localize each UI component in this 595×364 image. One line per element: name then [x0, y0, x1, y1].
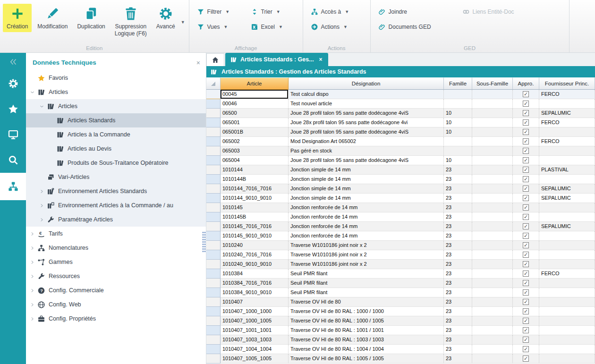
cell-fournisseur[interactable] — [539, 316, 595, 326]
cell-famille[interactable]: 23 — [444, 307, 472, 316]
table-row[interactable]: 1010145BJonction renforcée de 14 mm23✓ — [206, 212, 595, 222]
table-row[interactable]: 065001BJoue 28 profil talon 95 sans patt… — [206, 127, 595, 137]
row-indicator[interactable] — [206, 354, 221, 364]
table-row[interactable]: 065001Joue 28x profil talon 95 sans patt… — [206, 118, 595, 127]
cell-appro[interactable]: ✓ — [513, 222, 539, 231]
cell-fournisseur[interactable] — [539, 146, 595, 156]
cell-appro[interactable]: ✓ — [513, 99, 539, 109]
tree-item-config-web[interactable]: Config. Web — [26, 297, 206, 312]
chevron-down-icon[interactable]: ▼ — [223, 25, 228, 29]
row-indicator[interactable] — [206, 194, 221, 203]
cell-sous-famille[interactable] — [472, 184, 513, 194]
checkbox-appro[interactable]: ✓ — [523, 242, 529, 248]
cell-appro[interactable]: ✓ — [513, 241, 539, 250]
tree-item-gammes[interactable]: Gammes — [26, 255, 206, 269]
sidebar-item-settings[interactable] — [0, 71, 26, 96]
cell-sous-famille[interactable] — [472, 345, 513, 354]
cell-appro[interactable]: ✓ — [513, 175, 539, 184]
checkbox-appro[interactable]: ✓ — [523, 101, 529, 107]
row-indicator[interactable] — [206, 156, 221, 165]
checkbox-appro[interactable]: ✓ — [523, 138, 529, 144]
cell-fournisseur[interactable] — [539, 156, 595, 165]
cell-famille[interactable]: 10 — [444, 127, 472, 137]
table-row[interactable]: 00046Test nouvel article✓ — [206, 99, 595, 109]
cell-famille[interactable]: 23 — [444, 326, 472, 335]
cell-appro[interactable]: ✓ — [513, 109, 539, 118]
cell-designation[interactable]: Seuil PMR filant — [289, 288, 444, 297]
ribbon-button-accès-à[interactable]: Accès à▼ — [311, 7, 364, 17]
table-row[interactable]: 1010240_7016_7016Traverse W1010186 joint… — [206, 250, 595, 260]
cell-fournisseur[interactable]: PLASTIVAL — [539, 165, 595, 175]
cell-fournisseur[interactable] — [539, 250, 595, 260]
row-indicator[interactable] — [206, 288, 221, 297]
column-header-article[interactable]: Article — [221, 77, 289, 90]
cell-designation[interactable]: Traverse W1010186 joint noir x 2 — [289, 241, 444, 250]
ribbon-button-joindre[interactable]: Joindre — [378, 7, 458, 17]
table-row[interactable]: 1010145Jonction renforcée de 14 mm23✓ — [206, 203, 595, 212]
cell-sous-famille[interactable] — [472, 241, 513, 250]
checkbox-appro[interactable]: ✓ — [523, 308, 529, 314]
tree-item-articles[interactable]: Articles — [26, 85, 206, 99]
cell-famille[interactable]: 23 — [444, 260, 472, 269]
cell-designation[interactable]: Jonction simple de 14 mm — [289, 194, 444, 203]
ribbon-button-actions[interactable]: Actions▼ — [311, 22, 364, 32]
cell-sous-famille[interactable] — [472, 212, 513, 222]
cell-designation[interactable]: Test nouvel article — [289, 99, 444, 109]
close-icon[interactable]: × — [196, 60, 200, 66]
tree-item-nomenclatures[interactable]: Nomenclatures — [26, 241, 206, 255]
cell-fournisseur[interactable]: SEPALUMIC — [539, 184, 595, 194]
cell-appro[interactable]: ✓ — [513, 269, 539, 279]
table-row[interactable]: 1010407_1005_1005Traverse OV HI de 80 RA… — [206, 354, 595, 364]
cell-sous-famille[interactable] — [472, 297, 513, 307]
cell-appro[interactable]: ✓ — [513, 184, 539, 194]
cell-famille[interactable]: 23 — [444, 250, 472, 260]
cell-fournisseur[interactable] — [539, 260, 595, 269]
cell-designation[interactable]: Mod Designation Art 065002 — [289, 137, 444, 146]
cell-appro[interactable]: ✓ — [513, 194, 539, 203]
chevron-down-icon[interactable]: ▼ — [225, 9, 230, 14]
checkbox-appro[interactable]: ✓ — [523, 337, 529, 343]
sidebar-item-collapse-panel[interactable] — [0, 53, 26, 71]
cell-designation[interactable]: Jonction simple de 14 mm — [289, 165, 444, 175]
cell-designation[interactable]: Pas géré en stock — [289, 146, 444, 156]
cell-article[interactable]: 1010407_1004_1004 — [221, 345, 289, 354]
cell-famille[interactable]: 23 — [444, 165, 472, 175]
ribbon-button-vues[interactable]: Vues▼ — [197, 22, 246, 32]
cell-article[interactable]: 1010145 — [221, 203, 289, 212]
checkbox-appro[interactable]: ✓ — [523, 356, 529, 362]
ribbon-button-avancé[interactable]: Avancé — [153, 4, 179, 32]
cell-appro[interactable]: ✓ — [513, 156, 539, 165]
checkbox-appro[interactable]: ✓ — [523, 129, 529, 135]
tree-item-ressources[interactable]: Ressources — [26, 269, 206, 283]
tab-home[interactable] — [206, 53, 224, 66]
cell-article[interactable]: 1010144_7016_7016 — [221, 184, 289, 194]
cell-designation[interactable]: Traverse W1010186 joint noir x 2 — [289, 260, 444, 269]
column-header-sous-famille[interactable]: Sous-Famille — [472, 77, 513, 90]
row-indicator[interactable] — [206, 203, 221, 212]
cell-famille[interactable]: 23 — [444, 241, 472, 250]
cell-sous-famille[interactable] — [472, 90, 513, 99]
tree-item-environnement-articles-la-commande-au[interactable]: Environnement Articles à la Commande / a… — [26, 198, 206, 212]
row-indicator[interactable] — [206, 307, 221, 316]
table-row[interactable]: 1010407_1004_1004Traverse OV HI de 80 RA… — [206, 345, 595, 354]
table-row[interactable]: 1010407_1001_1001Traverse OV HI de 80 RA… — [206, 326, 595, 335]
cell-article[interactable]: 1010145B — [221, 212, 289, 222]
table-row[interactable]: 1010144_7016_7016Jonction simple de 14 m… — [206, 184, 595, 194]
ribbon-button-duplication[interactable]: Duplication — [73, 4, 109, 32]
cell-fournisseur[interactable]: SEPALUMIC — [539, 194, 595, 203]
row-indicator[interactable] — [206, 269, 221, 279]
chevron-right-icon[interactable] — [29, 315, 35, 322]
chevron-right-icon[interactable] — [29, 287, 35, 294]
cell-sous-famille[interactable] — [472, 146, 513, 156]
cell-famille[interactable] — [444, 146, 472, 156]
cell-sous-famille[interactable] — [472, 279, 513, 288]
tree-item-favoris[interactable]: Favoris — [26, 71, 206, 85]
cell-sous-famille[interactable] — [472, 118, 513, 127]
cell-fournisseur[interactable] — [539, 345, 595, 354]
cell-fournisseur[interactable] — [539, 99, 595, 109]
tree-item-config-propri-t-s[interactable]: Config. Propriétés — [26, 312, 206, 326]
cell-article[interactable]: 1010145_9010_9010 — [221, 231, 289, 241]
cell-appro[interactable]: ✓ — [513, 335, 539, 345]
cell-article[interactable]: 00045 — [221, 90, 289, 99]
cell-fournisseur[interactable] — [539, 203, 595, 212]
